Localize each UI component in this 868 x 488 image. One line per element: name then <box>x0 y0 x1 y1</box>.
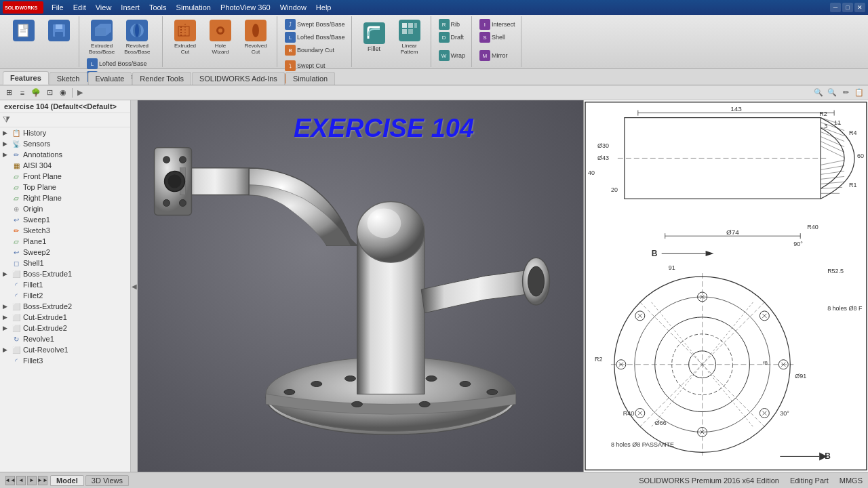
tree-item-cut-extrude2[interactable]: ▶ ⬜ Cut-Extrude2 <box>0 323 130 333</box>
revolved-cut-button[interactable]: RevolvedCut <box>239 18 273 56</box>
tree-item-top-plane[interactable]: ▱ Top Plane <box>0 182 130 192</box>
menu-file[interactable]: File <box>47 2 68 13</box>
new-button[interactable] <box>7 18 41 44</box>
tree-item-fillet1[interactable]: ◜ Fillet1 <box>0 279 130 290</box>
motion-icon[interactable]: ◉ <box>57 87 69 99</box>
tab-render-tools[interactable]: Render Tools <box>132 72 191 85</box>
search-icon[interactable]: 🔍 <box>812 87 825 99</box>
document-title: exercise 104 (Default<<Default> <box>0 100 130 113</box>
tab-3d-views[interactable]: 3D Views <box>85 475 129 486</box>
tree-item-boss-extrude2[interactable]: ▶ ⬜ Boss-Extrude2 <box>0 301 130 312</box>
maximize-button[interactable]: □ <box>842 3 853 12</box>
tree-item-right-plane[interactable]: ▱ Right Plane <box>0 192 130 203</box>
tab-evaluate[interactable]: Evaluate <box>88 72 132 85</box>
tree-item-annotations[interactable]: ▶ ✏ Annotations <box>0 149 130 160</box>
svg-point-38 <box>419 401 430 407</box>
extruded-cut-button[interactable]: ExtrudedCut <box>168 18 202 56</box>
zoom-icon[interactable]: 🔍 <box>826 87 838 99</box>
solidworks-logo: SOLIDWORKS <box>3 1 43 14</box>
extruded-cut-label: ExtrudedCut <box>174 43 196 55</box>
svg-text:SOLIDWORKS: SOLIDWORKS <box>5 5 38 10</box>
edit-icon[interactable]: ✏ <box>840 87 852 99</box>
menu-edit[interactable]: Edit <box>69 2 90 13</box>
menu-window[interactable]: Window <box>276 2 311 13</box>
view-orientation-icon[interactable]: ⊞ <box>3 87 15 99</box>
tree-container: ▶ 📋 History ▶ 📡 Sensors ▶ ✏ Annotations … <box>0 127 130 472</box>
wrap-button[interactable]: W Wrap <box>437 49 467 62</box>
mirror-button[interactable]: M Mirror <box>477 49 510 62</box>
boss-extrude2-icon: ⬜ <box>11 302 22 311</box>
tree-item-cut-revolve1[interactable]: ▶ ⬜ Cut-Revolve1 <box>0 344 130 355</box>
svg-text:143: 143 <box>730 105 742 113</box>
sidebar-collapse-handle[interactable]: ◀ <box>131 100 138 472</box>
expand-button[interactable]: ▶ <box>75 88 85 98</box>
nav-first-button[interactable]: ◄◄ <box>5 476 15 485</box>
tab-simulation[interactable]: Simulation <box>285 72 335 85</box>
tab-sketch[interactable]: Sketch <box>50 72 87 85</box>
menu-simulation[interactable]: Simulation <box>172 2 215 13</box>
tab-addins[interactable]: SOLIDWORKS Add-Ins <box>192 72 285 85</box>
svg-point-50 <box>528 266 545 296</box>
draft-button[interactable]: D Draft <box>437 31 467 43</box>
rib-button[interactable]: R Rib <box>437 18 462 30</box>
menu-insert[interactable]: Insert <box>117 2 144 13</box>
tree-item-front-plane[interactable]: ▱ Front Plane <box>0 171 130 182</box>
tree-item-fillet2[interactable]: ◜ Fillet2 <box>0 290 130 301</box>
svg-rect-15 <box>178 26 189 36</box>
feature-tree-icon[interactable]: 🌳 <box>30 87 42 99</box>
minimize-button[interactable]: ─ <box>830 3 841 12</box>
tree-item-plane1[interactable]: ▱ Plane1 <box>0 236 130 247</box>
tree-item-origin[interactable]: ⊕ Origin <box>0 203 130 214</box>
lofted-boss2-button[interactable]: L Lofted Boss/Base <box>283 31 347 43</box>
save-button[interactable] <box>42 18 76 44</box>
property-icon[interactable]: ⊡ <box>43 87 56 99</box>
tree-item-history[interactable]: ▶ 📋 History <box>0 127 130 138</box>
svg-text:20: 20 <box>611 186 618 193</box>
copy-icon[interactable]: 📋 <box>853 87 865 99</box>
nav-buttons: ◄◄ ◄ ► ►► <box>5 476 47 485</box>
lofted-boss-button[interactable]: L Lofted Boss/Base <box>85 58 149 70</box>
tree-item-fillet3[interactable]: ◜ Fillet3 <box>0 355 130 366</box>
tree-item-shell1[interactable]: ◻ Shell1 <box>0 258 130 268</box>
hole-wizard-button[interactable]: HoleWizard <box>203 18 237 56</box>
extruded-boss-button[interactable]: ExtrudedBoss/Base <box>85 18 119 56</box>
tree-item-sketch3[interactable]: ✏ Sketch3 <box>0 225 130 236</box>
tree-item-material[interactable]: ▦ AISI 304 <box>0 160 130 171</box>
tree-item-boss-extrude1[interactable]: ▶ ⬜ Boss-Extrude1 <box>0 268 130 279</box>
right-plane-icon: ▱ <box>11 193 22 203</box>
nav-next-button[interactable]: ► <box>27 476 37 485</box>
swept-boss-button[interactable]: ⤴ Swept Boss/Base <box>283 18 347 30</box>
revolved-boss-button[interactable]: RevolvedBoss/Base <box>120 18 154 56</box>
cut-extrude1-icon: ⬜ <box>11 312 22 322</box>
list-view-icon[interactable]: ≡ <box>16 87 28 99</box>
swept-boss-label: Swept Boss/Base <box>297 21 345 28</box>
filter-bar: ⧩ <box>0 113 130 127</box>
linear-pattern-button[interactable]: LinearPattern <box>393 18 427 56</box>
svg-text:91: 91 <box>669 264 675 271</box>
close-button[interactable]: ✕ <box>854 3 865 12</box>
menu-photoview[interactable]: PhotoView 360 <box>216 2 275 13</box>
shell-button[interactable]: S Shell <box>477 31 507 43</box>
extruded-boss-icon <box>91 20 113 41</box>
intersect-button[interactable]: I Intersect <box>477 18 517 30</box>
menu-view[interactable]: View <box>92 2 116 13</box>
extruded-cut-icon <box>174 20 196 41</box>
menu-tools[interactable]: Tools <box>145 2 171 13</box>
menu-help[interactable]: Help <box>312 2 336 13</box>
expand-arrow: ▶ <box>3 129 11 136</box>
tree-item-revolve1[interactable]: ↻ Revolve1 <box>0 333 130 344</box>
nav-last-button[interactable]: ►► <box>38 476 47 485</box>
tree-item-sensors[interactable]: ▶ 📡 Sensors <box>0 138 130 149</box>
tree-item-cut-extrude1[interactable]: ▶ ⬜ Cut-Extrude1 <box>0 312 130 323</box>
svg-point-37 <box>352 401 363 407</box>
tab-features[interactable]: Features <box>3 71 49 85</box>
3d-viewport[interactable]: EXERCISE 104 <box>138 100 583 472</box>
fillet-button[interactable]: Fillet <box>357 21 391 54</box>
svg-rect-27 <box>408 29 413 34</box>
tree-item-sweep1[interactable]: ↩ Sweep1 <box>0 214 130 225</box>
swept-cut-button[interactable]: ⤵ Swept Cut <box>283 60 328 72</box>
boundary-cut-button[interactable]: B Boundary Cut <box>283 44 336 56</box>
nav-prev-button[interactable]: ◄ <box>16 476 26 485</box>
tab-model[interactable]: Model <box>50 475 84 486</box>
tree-item-sweep2[interactable]: ↩ Sweep2 <box>0 247 130 258</box>
